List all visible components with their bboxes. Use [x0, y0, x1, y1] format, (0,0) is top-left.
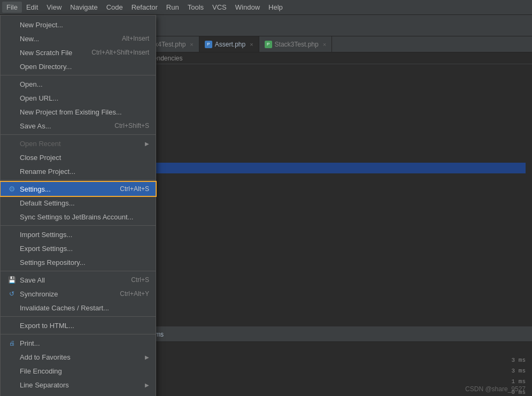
- menu-view[interactable]: View: [42, 2, 66, 13]
- menu-navigate[interactable]: Navigate: [66, 2, 102, 13]
- menu-help[interactable]: Help: [264, 2, 287, 13]
- menu-save-as-label: Save As...: [20, 122, 104, 130]
- separator-7: [1, 334, 156, 334]
- menu-close-project[interactable]: Close Project: [1, 150, 156, 164]
- menu-new-project-existing[interactable]: New Project from Existing Files...: [1, 105, 156, 119]
- menu-synchronize-label: Synchronize: [20, 290, 109, 298]
- readonly-icon: [7, 394, 17, 396]
- menu-line-separators[interactable]: Line Separators ▶: [1, 378, 156, 392]
- menu-print-label: Print...: [20, 339, 149, 347]
- close-project-icon: [7, 153, 17, 162]
- tab-assert-php[interactable]: P Assert.php ×: [199, 36, 259, 52]
- menu-sync-settings[interactable]: Sync Settings to JetBrains Account...: [1, 210, 156, 224]
- menu-open-url-label: Open URL...: [20, 94, 149, 102]
- tab-stack3test-php[interactable]: P Stack3Test.php ×: [259, 36, 333, 52]
- menu-export-settings[interactable]: Export Settings...: [1, 241, 156, 255]
- menu-rename-project[interactable]: Rename Project...: [1, 164, 156, 178]
- menu-window[interactable]: Window: [231, 2, 264, 13]
- menu-export-html-label: Export to HTML...: [20, 322, 149, 330]
- menu-bar: File Edit View Navigate Code Refactor Ru…: [0, 0, 532, 15]
- menu-new-shortcut: Alt+Insert: [122, 35, 149, 42]
- separator-1: [1, 75, 156, 75]
- menu-invalidate-caches[interactable]: Invalidate Caches / Restart...: [1, 301, 156, 315]
- menu-settings[interactable]: ⚙ Settings... Ctrl+Alt+S: [1, 182, 156, 196]
- menu-save-all[interactable]: 💾 Save All Ctrl+S: [1, 273, 156, 287]
- scratch-icon: [7, 48, 17, 57]
- menu-file-encoding-label: File Encoding: [20, 367, 149, 375]
- menu-print[interactable]: 🖨 Print...: [1, 336, 156, 350]
- menu-settings-repo-label: Settings Repository...: [20, 258, 149, 266]
- menu-new-project-existing-label: New Project from Existing Files...: [20, 108, 149, 116]
- menu-open-url[interactable]: Open URL...: [1, 91, 156, 105]
- test-row-1-time: 3 ms: [504, 357, 526, 363]
- menu-settings-label: Settings...: [20, 185, 109, 193]
- menu-open-dir-label: Open Directory...: [20, 63, 149, 71]
- menu-open-label: Open...: [20, 80, 149, 88]
- menu-new-label: New...: [20, 35, 111, 43]
- menu-new[interactable]: New... Alt+Insert: [1, 32, 156, 45]
- watermark-text: CSDN @share_9527: [465, 385, 526, 393]
- url-icon: [7, 93, 17, 103]
- menu-new-project-label: New Project...: [20, 21, 149, 29]
- menu-save-as[interactable]: Save As... Ctrl+Shift+S: [1, 119, 156, 133]
- html-icon: [7, 321, 17, 330]
- file-dropdown-menu: New Project... New... Alt+Insert New Scr…: [0, 15, 156, 396]
- line-sep-icon: [7, 380, 17, 390]
- separator-2: [1, 134, 156, 135]
- menu-vcs[interactable]: VCS: [208, 2, 231, 13]
- menu-add-favorites[interactable]: Add to Favorites ▶: [1, 350, 156, 364]
- default-settings-icon: [7, 198, 17, 208]
- repo-icon: [7, 257, 17, 267]
- menu-new-scratch-label: New Scratch File: [20, 49, 81, 57]
- separator-5: [1, 271, 156, 271]
- new-icon: [7, 34, 17, 43]
- menu-rename-project-label: Rename Project...: [20, 167, 149, 176]
- menu-code[interactable]: Code: [102, 2, 127, 13]
- menu-open-directory[interactable]: Open Directory...: [1, 59, 156, 73]
- menu-export-html[interactable]: Export to HTML...: [1, 318, 156, 332]
- favorites-icon: [7, 352, 17, 362]
- menu-line-separators-label: Line Separators: [20, 381, 145, 389]
- menu-add-favorites-label: Add to Favorites: [20, 353, 145, 361]
- menu-settings-repository[interactable]: Settings Repository...: [1, 255, 156, 269]
- menu-run[interactable]: Run: [162, 2, 183, 13]
- menu-file[interactable]: File: [2, 2, 22, 13]
- open-icon: [7, 79, 17, 89]
- menu-tools[interactable]: Tools: [183, 2, 208, 13]
- settings-gear-icon: ⚙: [7, 184, 17, 194]
- import-icon: [7, 230, 17, 239]
- test-row-stack4-time: 3 ms: [504, 368, 526, 374]
- separator-6: [1, 316, 156, 317]
- tab-close-stack3test[interactable]: ×: [323, 41, 326, 48]
- menu-open-recent[interactable]: Open Recent ▶: [1, 136, 156, 150]
- menu-save-as-shortcut: Ctrl+Shift+S: [114, 122, 149, 130]
- test-row-stacktest-time: 1 ms: [504, 378, 526, 385]
- menu-new-scratch[interactable]: New Scratch File Ctrl+Alt+Shift+Insert: [1, 45, 156, 59]
- menu-export-settings-label: Export Settings...: [20, 245, 149, 253]
- menu-save-all-shortcut: Ctrl+S: [131, 276, 149, 284]
- print-icon: 🖨: [7, 338, 17, 348]
- menu-save-all-label: Save All: [20, 276, 120, 284]
- encoding-icon: [7, 366, 17, 376]
- menu-edit[interactable]: Edit: [22, 2, 42, 13]
- menu-open[interactable]: Open...: [1, 77, 156, 91]
- synchronize-icon: ↺: [7, 289, 17, 299]
- tab-label-stack3test: Stack3Test.php: [275, 41, 319, 48]
- rename-icon: [7, 166, 17, 176]
- menu-sync-settings-label: Sync Settings to JetBrains Account...: [20, 213, 149, 221]
- menu-refactor[interactable]: Refactor: [127, 2, 162, 13]
- menu-invalidate-label: Invalidate Caches / Restart...: [20, 304, 149, 312]
- menu-file-encoding[interactable]: File Encoding: [1, 364, 156, 378]
- menu-make-readonly[interactable]: Make File Read-only: [1, 392, 156, 396]
- menu-import-settings[interactable]: Import Settings...: [1, 227, 156, 241]
- menu-import-settings-label: Import Settings...: [20, 231, 149, 239]
- export-icon: [7, 243, 17, 253]
- menu-new-project[interactable]: New Project...: [1, 18, 156, 32]
- existing-icon: [7, 107, 17, 117]
- sync-settings-icon: [7, 212, 17, 222]
- tab-close-stack4test[interactable]: ×: [190, 41, 193, 48]
- favorites-arrow: ▶: [145, 354, 149, 360]
- menu-synchronize[interactable]: ↺ Synchronize Ctrl+Alt+Y: [1, 287, 156, 301]
- tab-close-assert[interactable]: ×: [250, 41, 253, 48]
- menu-default-settings[interactable]: Default Settings...: [1, 196, 156, 210]
